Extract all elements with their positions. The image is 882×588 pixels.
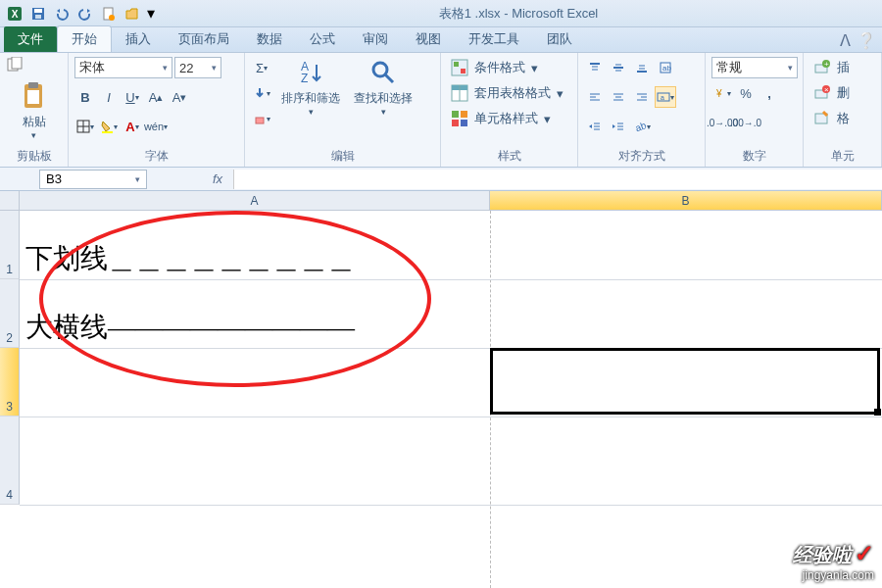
clear-button[interactable]: ▾ [251,108,272,129]
autosum-button[interactable]: Σ▾ [251,57,272,78]
delete-cells-button[interactable]: ×删 [809,82,854,104]
row-header-1[interactable]: 1 [0,211,20,279]
svg-text:Z: Z [301,72,308,85]
new-doc-icon[interactable] [98,3,120,24]
font-name-combo[interactable]: 宋体▾ [74,57,172,78]
tab-view[interactable]: 视图 [402,26,455,52]
align-top-button[interactable] [584,57,606,78]
cell-A1[interactable]: 下划线＿＿＿＿＿＿＿＿＿ [25,240,355,277]
align-right-button[interactable] [631,86,653,108]
phonetic-button[interactable]: wén▾ [145,116,167,137]
formula-input[interactable] [233,170,882,189]
alignment-group-label: 对齐方式 [584,146,699,165]
group-clipboard: 粘贴 ▾ 剪贴板 [0,53,69,167]
row-headers: 1 2 3 4 [0,211,20,505]
open-icon[interactable] [122,3,143,24]
svg-rect-11 [27,90,39,104]
insert-cells-button[interactable]: +插 [809,57,854,78]
find-select-button[interactable]: 查找和选择▾ [349,57,417,117]
row-header-4[interactable]: 4 [0,416,20,505]
insert-cells-icon: + [813,59,831,76]
fill-handle[interactable] [874,409,881,416]
cell-styles-button[interactable]: 单元格样式 ▾ [447,108,571,129]
format-table-button[interactable]: 套用表格格式 ▾ [447,82,571,104]
svg-rect-15 [102,131,113,133]
svg-text:X: X [12,9,19,20]
svg-rect-3 [34,9,42,13]
tab-formulas[interactable]: 公式 [296,26,349,52]
active-cell-selection [490,348,880,415]
cells-area[interactable]: 下划线＿＿＿＿＿＿＿＿＿ 大横线————————— [20,211,882,588]
conditional-format-button[interactable]: 条件格式 ▾ [447,57,571,78]
ribbon-tabs: 文件 开始 插入 页面布局 数据 公式 审阅 视图 开发工具 团队 ᐱ ❔ [0,27,882,53]
tab-team[interactable]: 团队 [533,26,586,52]
merge-center-button[interactable]: a▾ [655,86,676,108]
tab-insert[interactable]: 插入 [112,26,165,52]
ribbon: 粘贴 ▾ 剪贴板 宋体▾ 22▾ B I U▾ A▴ A▾ ▾ ▾ A▾ w [0,53,882,168]
cells-group-label: 单元 [809,146,875,165]
tab-review[interactable]: 审阅 [349,26,402,52]
italic-button[interactable]: I [98,86,120,108]
copy-button[interactable] [6,57,25,76]
editing-group-label: 编辑 [251,146,434,165]
borders-button[interactable]: ▾ [74,116,96,137]
col-header-A[interactable]: A [20,191,490,211]
decrease-decimal-button[interactable]: .00→.0 [735,112,757,133]
group-editing: Σ▾ ▾ ▾ AZ 排序和筛选▾ 查找和选择▾ 编辑 [245,53,441,167]
font-name-value: 宋体 [79,59,105,76]
percent-button[interactable]: % [735,82,757,104]
increase-indent-button[interactable] [608,116,629,137]
minimize-ribbon-icon[interactable]: ᐱ [840,31,851,50]
tab-home[interactable]: 开始 [57,25,112,52]
accounting-button[interactable]: ¥▾ [711,82,733,104]
sort-filter-label: 排序和筛选 [281,90,340,107]
fx-button[interactable]: fx [206,170,229,189]
svg-point-19 [373,63,387,76]
row-header-2[interactable]: 2 [0,279,20,348]
save-icon[interactable] [27,3,49,24]
shrink-font-button[interactable]: A▾ [169,86,190,108]
svg-rect-27 [452,111,459,118]
tab-data[interactable]: 数据 [243,26,296,52]
select-all-corner[interactable] [0,191,20,211]
cell-A2[interactable]: 大横线————————— [25,309,355,346]
bold-button[interactable]: B [74,86,96,108]
font-size-combo[interactable]: 22▾ [174,57,221,78]
format-table-icon [451,84,468,102]
wrap-text-button[interactable]: ab [655,57,676,78]
qat-dropdown-icon[interactable]: ▾ [145,3,157,24]
grow-font-button[interactable]: A▴ [145,86,167,108]
paste-button[interactable]: 粘贴 ▾ [13,80,56,140]
align-left-button[interactable] [584,86,606,108]
format-cells-button[interactable]: 格 [809,108,854,129]
comma-button[interactable]: , [759,82,780,104]
orientation-button[interactable]: ab▾ [631,116,653,137]
svg-line-20 [385,74,393,82]
undo-icon[interactable] [51,3,73,24]
watermark: 经验啦 ✓ jingyanla.com [793,540,874,582]
fill-button[interactable]: ▾ [251,82,272,104]
sort-filter-icon: AZ [295,57,326,88]
excel-icon[interactable]: X [4,3,25,24]
number-format-combo[interactable]: 常规▾ [711,57,798,78]
font-color-button[interactable]: A▾ [122,116,143,137]
decrease-indent-button[interactable] [584,116,606,137]
align-bottom-button[interactable] [631,57,653,78]
col-header-B[interactable]: B [490,191,882,211]
align-center-button[interactable] [608,86,629,108]
svg-text:a: a [661,94,664,101]
conditional-format-icon [451,59,468,76]
redo-icon[interactable] [74,3,96,24]
align-middle-button[interactable] [608,57,629,78]
paste-icon [19,80,50,112]
help-icon[interactable]: ❔ [857,31,876,50]
fill-color-button[interactable]: ▾ [98,116,120,137]
sort-filter-button[interactable]: AZ 排序和筛选▾ [276,57,345,117]
row-header-3[interactable]: 3 [0,348,20,416]
name-box[interactable]: B3▾ [39,170,147,189]
tab-pagelayout[interactable]: 页面布局 [165,26,243,52]
tab-file[interactable]: 文件 [4,26,57,52]
underline-button[interactable]: U▾ [122,86,143,108]
paste-label: 粘贴 [23,114,46,130]
tab-developer[interactable]: 开发工具 [455,26,533,52]
